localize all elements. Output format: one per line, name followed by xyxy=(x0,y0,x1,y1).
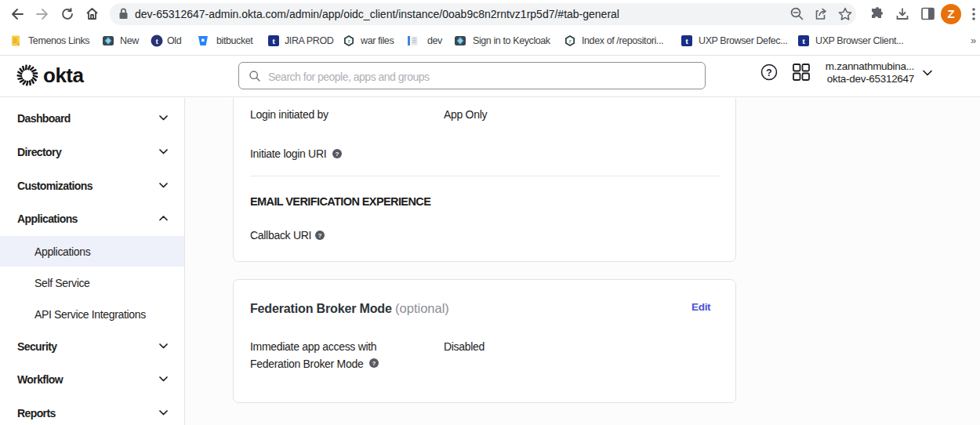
svg-text:r: r xyxy=(348,38,350,45)
svg-text:?: ? xyxy=(766,67,771,78)
svg-text:r: r xyxy=(569,38,572,45)
svg-text:?: ? xyxy=(372,360,376,367)
svg-text:?: ? xyxy=(318,232,322,239)
svg-text:?: ? xyxy=(336,151,339,158)
